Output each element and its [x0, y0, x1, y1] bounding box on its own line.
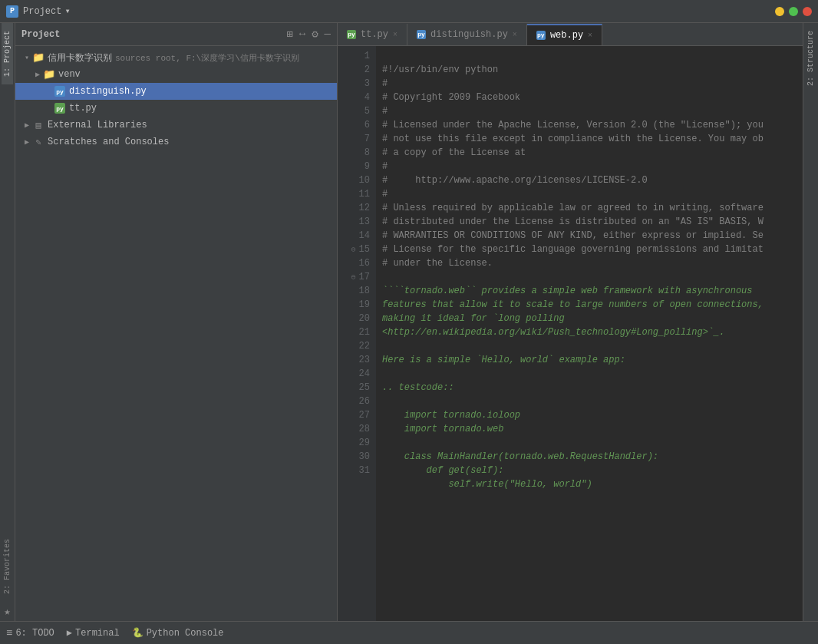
python-console-button[interactable]: 🐍 Python Console: [132, 627, 224, 639]
line-14: # License for the specific language gove…: [382, 244, 764, 255]
line-12: # distributed under the License is distr…: [382, 216, 764, 227]
tree-arrow-scratches: ▶: [21, 137, 32, 147]
todo-button[interactable]: ≡ 6: TODO: [6, 627, 54, 639]
root-sublabel: sources root, F:\深度学习\信用卡数字识别: [115, 52, 299, 64]
tt-label: tt.py: [69, 103, 97, 114]
scratches-icon: ✎: [32, 136, 45, 148]
tab-tt-label: tt.py: [361, 29, 388, 40]
line-24: .. testcode::: [382, 382, 454, 393]
line-numbers: 1 2 3 4 5 6 7 8 9 10 11 12 13 14 ⊖15: [338, 46, 376, 621]
title-bar-dropdown[interactable]: ▾: [64, 5, 70, 17]
app-icon: P: [6, 5, 18, 18]
line-17: ````tornado.web`` provides a simple web …: [382, 286, 752, 296]
python-icon: 🐍: [132, 627, 143, 639]
tab-bar: py tt.py × py distinguish.py × py web.py…: [338, 23, 803, 46]
line-10: #: [382, 189, 388, 200]
tree-item-root[interactable]: ▾ 📁 信用卡数字识别 sources root, F:\深度学习\信用卡数字识…: [15, 49, 337, 66]
line-4: #: [382, 106, 388, 117]
scratches-label: Scratches and Consoles: [48, 137, 169, 147]
code-content[interactable]: #!/usr/bin/env python # # Copyright 2009…: [376, 46, 803, 621]
tab-web-label: web.py: [550, 30, 583, 41]
line-30: def get(self):: [382, 465, 503, 476]
line-1: #!/usr/bin/env python: [382, 64, 498, 75]
tab-tt-icon: py: [347, 30, 356, 39]
line-11: # Unless required by applicable law or a…: [382, 203, 764, 213]
title-bar: P Project ▾: [0, 0, 818, 23]
line-7: # a copy of the License at: [382, 147, 526, 158]
line-20: <http://en.wikipedia.org/wiki/Push_techn…: [382, 327, 724, 338]
maximize-btn[interactable]: [789, 7, 798, 16]
tree-item-tt[interactable]: py tt.py: [15, 100, 337, 117]
line-3: # Copyright 2009 Facebook: [382, 92, 520, 103]
line-18: features that allow it to scale to large…: [382, 299, 764, 310]
tab-web-icon: py: [536, 31, 546, 40]
line-5: # Licensed under the Apache License, Ver…: [382, 120, 764, 130]
tab-distinguish[interactable]: py distinguish.py ×: [407, 24, 527, 45]
favorites-star-icon: ★: [1, 602, 13, 621]
tab-web[interactable]: py web.py ×: [527, 24, 602, 45]
editor-area: py tt.py × py distinguish.py × py web.py…: [338, 23, 803, 621]
close-btn[interactable]: [803, 7, 812, 16]
code-editor: 1 2 3 4 5 6 7 8 9 10 11 12 13 14 ⊖15: [338, 46, 803, 621]
tab-tt-close[interactable]: ×: [393, 31, 397, 39]
sidebar-item-project[interactable]: 1: Project: [2, 23, 13, 84]
line-13: # WARRANTIES OR CONDITIONS OF ANY KIND, …: [382, 230, 764, 241]
line-26: import tornado.ioloop: [382, 410, 520, 421]
tree-arrow-root: ▾: [21, 53, 32, 62]
line-2: #: [382, 78, 388, 89]
title-bar-controls: [775, 7, 812, 16]
line-19: making it ideal for `long polling: [382, 313, 565, 324]
project-tree: ▾ 📁 信用卡数字识别 sources root, F:\深度学习\信用卡数字识…: [15, 46, 337, 621]
tree-arrow-external: ▶: [21, 121, 32, 130]
distinguish-icon: py: [54, 85, 66, 97]
sidebar-item-favorites[interactable]: 2: Favorites: [2, 531, 13, 602]
settings-icon[interactable]: ⚙: [312, 28, 318, 41]
external-icon: ▤: [32, 119, 45, 131]
tab-distinguish-close[interactable]: ×: [513, 31, 517, 39]
python-console-label: Python Console: [147, 628, 224, 639]
line-8: #: [382, 161, 388, 172]
fold-icon-15[interactable]: ⊖: [351, 244, 356, 256]
tab-distinguish-label: distinguish.py: [430, 29, 508, 40]
line-22: Here is a simple `Hello, world` example …: [382, 355, 625, 365]
terminal-label: Terminal: [75, 628, 120, 639]
left-sidebar-strip: 1: Project 2: Favorites ★: [0, 23, 15, 621]
todo-label: 6: TODO: [15, 628, 54, 639]
line-9: # http://www.apache.org/licenses/LICENSE…: [382, 175, 648, 186]
tab-web-close[interactable]: ×: [588, 31, 592, 40]
terminal-button[interactable]: ▶ Terminal: [67, 627, 120, 639]
root-label: 信用卡数字识别: [48, 51, 112, 64]
root-folder-icon: 📁: [32, 51, 45, 64]
right-sidebar-strip: 2: Structure: [803, 23, 818, 621]
tree-item-distinguish[interactable]: py distinguish.py: [15, 83, 337, 100]
app-container: P Project ▾ 1: Project 2: Favorites ★ Pr…: [0, 0, 818, 644]
venv-label: venv: [58, 69, 81, 80]
bottom-bar: ≡ 6: TODO ▶ Terminal 🐍 Python Console: [0, 621, 818, 644]
venv-folder-icon: 📁: [43, 68, 55, 81]
cog-icon[interactable]: ⊞: [286, 28, 292, 41]
project-header-actions: ⊞ ↔ ⚙ —: [286, 28, 331, 41]
project-panel-title: Project: [21, 29, 60, 40]
sync-icon[interactable]: ↔: [299, 28, 305, 41]
tree-arrow-venv: ▶: [32, 70, 43, 79]
line-31: self.write("Hello, world"): [382, 479, 592, 490]
line-27: import tornado.web: [382, 424, 503, 434]
tab-tt[interactable]: py tt.py ×: [338, 24, 407, 45]
main-layout: 1: Project 2: Favorites ★ Project ⊞ ↔ ⚙ …: [0, 23, 818, 621]
collapse-icon[interactable]: —: [325, 28, 331, 41]
fold-icon-17[interactable]: ⊖: [351, 272, 356, 283]
minimize-btn[interactable]: [775, 7, 784, 16]
external-label: External Libraries: [48, 120, 147, 130]
title-bar-text: Project: [23, 6, 61, 17]
tree-item-external[interactable]: ▶ ▤ External Libraries: [15, 117, 337, 134]
tt-icon: py: [54, 102, 66, 114]
distinguish-label: distinguish.py: [69, 86, 147, 97]
sidebar-item-structure[interactable]: 2: Structure: [805, 23, 816, 94]
terminal-icon: ▶: [67, 627, 72, 639]
tab-distinguish-icon: py: [417, 30, 426, 39]
project-panel: Project ⊞ ↔ ⚙ — ▾ 📁 信用卡数字识别 sources root…: [15, 23, 338, 621]
tree-item-venv[interactable]: ▶ 📁 venv: [15, 66, 337, 83]
tree-item-scratches[interactable]: ▶ ✎ Scratches and Consoles: [15, 134, 337, 150]
line-15: # under the License.: [382, 258, 493, 269]
line-29: class MainHandler(tornado.web.RequestHan…: [382, 451, 658, 462]
